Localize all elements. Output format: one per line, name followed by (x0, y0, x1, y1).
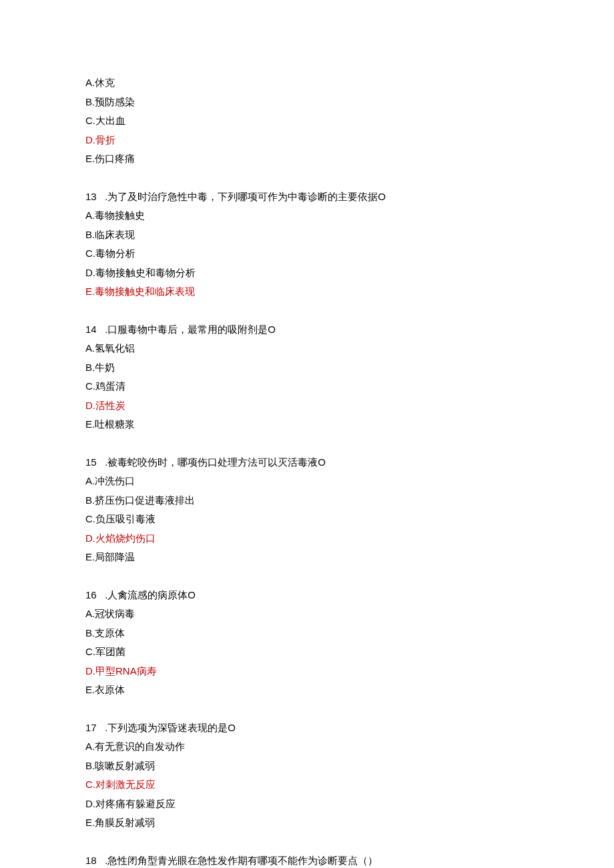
option-e: E.角膜反射减弱 (85, 813, 529, 833)
option-d: D.活性炭 (85, 396, 529, 416)
spacer (85, 700, 529, 719)
option-c: C.对刺激无反应 (85, 775, 529, 795)
question-options-block: A.休克 B.预防感染 C.大出血 D.骨折 E.伤口疼痛 (85, 73, 529, 169)
option-d: D.骨折 (85, 131, 529, 150)
option-e: E.局部降温 (85, 548, 529, 567)
option-a: A.休克 (85, 73, 529, 93)
option-e: E.吐根糖浆 (85, 415, 529, 434)
option-c: C.鸡蛋清 (85, 377, 529, 396)
option-a: A.有无意识的自发动作 (85, 737, 529, 757)
question-16: 16 .人禽流感的病原体O A.冠状病毒 B.支原体 C.军团菌 D.甲型RNA… (85, 586, 529, 700)
spacer (85, 302, 529, 320)
spacer (85, 434, 529, 453)
option-a: A.氢氧化铝 (85, 339, 529, 358)
option-b: B.支原体 (85, 624, 529, 643)
option-b: B.临床表现 (85, 226, 529, 245)
spacer (85, 833, 529, 851)
question-stem: 14 .口服毒物中毒后，最常用的吸附剂是O (85, 320, 529, 340)
option-c: C.大出血 (85, 111, 529, 131)
question-stem: 15 .被毒蛇咬伤时，哪项伤口处理方法可以灭活毒液O (85, 453, 529, 472)
question-stem: 16 .人禽流感的病原体O (85, 586, 529, 605)
option-b: B.预防感染 (85, 93, 529, 112)
option-e: E.衣原体 (85, 681, 529, 700)
option-e: E.伤口疼痛 (85, 149, 529, 169)
question-stem: 18 .急性闭角型青光眼在急性发作期有哪项不能作为诊断要点（） (85, 851, 529, 869)
option-d: D.毒物接触史和毒物分析 (85, 264, 529, 283)
option-d: D.甲型RNA病寿 (85, 662, 529, 681)
option-b: B.咳嗽反射减弱 (85, 757, 529, 776)
option-c: C.负压吸引毒液 (85, 510, 529, 529)
question-17: 17 .下列选项为深昏迷表现的是O A.有无意识的自发动作 B.咳嗽反射减弱 C… (85, 719, 529, 833)
option-c: C.毒物分析 (85, 244, 529, 264)
document-page: A.休克 B.预防感染 C.大出血 D.骨折 E.伤口疼痛 13 .为了及时治疗… (0, 0, 614, 868)
option-b: B.牛奶 (85, 358, 529, 378)
option-a: A.冲洗伤口 (85, 472, 529, 491)
option-a: A.毒物接触史 (85, 206, 529, 226)
option-c: C.军团菌 (85, 642, 529, 662)
question-13: 13 .为了及时治疗急性中毒，下列哪项可作为中毒诊断的主要依据O A.毒物接触史… (85, 187, 529, 302)
question-stem: 13 .为了及时治疗急性中毒，下列哪项可作为中毒诊断的主要依据O (85, 187, 529, 207)
question-15: 15 .被毒蛇咬伤时，哪项伤口处理方法可以灭活毒液O A.冲洗伤口 B.挤压伤口… (85, 453, 529, 567)
option-d: D.火焰烧灼伤口 (85, 529, 529, 548)
question-18: 18 .急性闭角型青光眼在急性发作期有哪项不能作为诊断要点（） A.视力急剧下降… (85, 851, 529, 869)
option-a: A.冠状病毒 (85, 604, 529, 624)
spacer (85, 567, 529, 586)
option-b: B.挤压伤口促进毒液排出 (85, 491, 529, 510)
question-stem: 17 .下列选项为深昏迷表现的是O (85, 719, 529, 738)
spacer (85, 169, 529, 187)
question-14: 14 .口服毒物中毒后，最常用的吸附剂是O A.氢氧化铝 B.牛奶 C.鸡蛋清 … (85, 320, 529, 434)
option-d: D.对疼痛有躲避反应 (85, 795, 529, 814)
option-e: E.毒物接触史和临床表现 (85, 282, 529, 302)
